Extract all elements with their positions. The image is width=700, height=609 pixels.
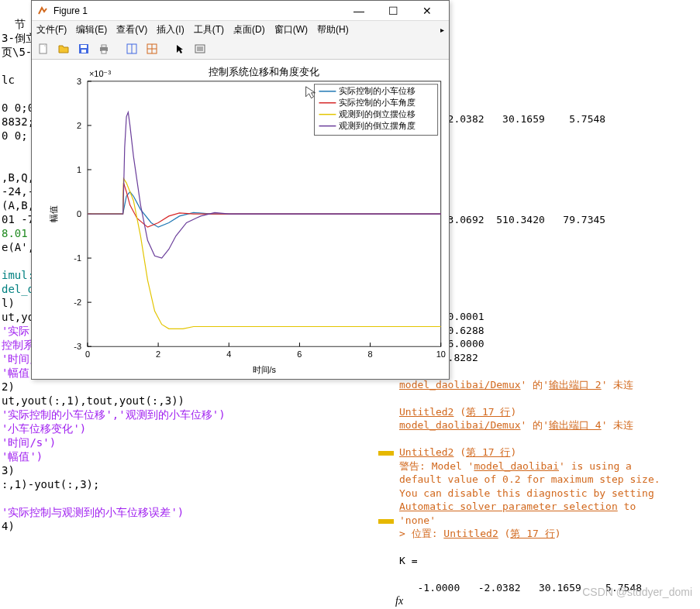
watermark: CSDN @studyer_domi xyxy=(582,586,692,598)
figure-window: Figure 1 — ☐ ✕ 文件(F) 编辑(E) 查看(V) 插入(I) 工… xyxy=(31,0,450,380)
menu-desktop[interactable]: 桌面(D) xyxy=(233,23,265,36)
menubar: 文件(F) 编辑(E) 查看(V) 插入(I) 工具(T) 桌面(D) 窗口(W… xyxy=(32,21,449,38)
layout1-icon[interactable] xyxy=(123,40,140,57)
fx-prompt[interactable]: fx xyxy=(395,595,403,607)
svg-text:4: 4 xyxy=(226,349,231,359)
maximize-button[interactable]: ☐ xyxy=(376,1,410,21)
menu-file[interactable]: 文件(F) xyxy=(36,23,67,36)
svg-rect-3 xyxy=(81,50,86,53)
svg-text:-2: -2 xyxy=(74,298,81,307)
svg-text:-1: -1 xyxy=(74,253,81,263)
menu-overflow-icon[interactable]: ▸ xyxy=(440,26,444,34)
close-button[interactable]: ✕ xyxy=(410,1,444,21)
svg-rect-6 xyxy=(102,50,106,53)
open-icon[interactable] xyxy=(55,40,72,57)
svg-rect-5 xyxy=(102,45,106,47)
menu-tools[interactable]: 工具(T) xyxy=(194,23,224,36)
svg-text:1: 1 xyxy=(77,165,81,174)
minimize-button[interactable]: — xyxy=(342,1,376,21)
matlab-icon xyxy=(36,5,49,17)
figure-title: Figure 1 xyxy=(53,5,342,16)
svg-text:观测到的倒立摆位移: 观测到的倒立摆位移 xyxy=(339,109,416,119)
svg-text:实际控制的小车角度: 实际控制的小车角度 xyxy=(339,98,416,107)
svg-text:时间/s: 时间/s xyxy=(253,365,277,374)
svg-text:0: 0 xyxy=(77,209,81,218)
list-icon[interactable] xyxy=(191,40,209,57)
svg-text:-3: -3 xyxy=(74,342,81,351)
menu-help[interactable]: 帮助(H) xyxy=(317,23,349,36)
svg-text:控制系统位移和角度变化: 控制系统位移和角度变化 xyxy=(209,66,319,77)
svg-text:10: 10 xyxy=(436,349,446,359)
svg-text:0: 0 xyxy=(85,349,90,359)
svg-text:2: 2 xyxy=(77,121,81,130)
menu-window[interactable]: 窗口(W) xyxy=(274,23,308,36)
chart-axes[interactable]: 0246810-3-2-10123×10⁻³控制系统位移和角度变化时间/s幅值实… xyxy=(32,60,449,379)
svg-text:观测到的倒立摆角度: 观测到的倒立摆角度 xyxy=(339,121,416,130)
titlebar[interactable]: Figure 1 — ☐ ✕ xyxy=(32,1,449,21)
svg-text:8: 8 xyxy=(368,349,373,359)
svg-text:实际控制的小车位移: 实际控制的小车位移 xyxy=(339,86,416,95)
layout2-icon[interactable] xyxy=(143,40,160,57)
new-icon[interactable] xyxy=(35,40,52,57)
toolbar xyxy=(32,38,449,60)
print-icon[interactable] xyxy=(95,40,112,57)
fold-marker: ▬ xyxy=(378,442,394,459)
svg-text:幅值: 幅值 xyxy=(49,205,58,222)
pointer-icon[interactable] xyxy=(171,40,188,57)
menu-insert[interactable]: 插入(I) xyxy=(157,23,184,36)
svg-text:6: 6 xyxy=(297,349,302,359)
menu-edit[interactable]: 编辑(E) xyxy=(76,23,107,36)
save-icon[interactable] xyxy=(75,40,92,57)
fold-marker: ▬ xyxy=(378,510,394,528)
menu-view[interactable]: 查看(V) xyxy=(116,23,147,36)
svg-text:2: 2 xyxy=(156,349,160,359)
svg-text:×10⁻³: ×10⁻³ xyxy=(89,69,112,78)
svg-rect-2 xyxy=(81,45,87,48)
svg-text:3: 3 xyxy=(77,77,81,86)
